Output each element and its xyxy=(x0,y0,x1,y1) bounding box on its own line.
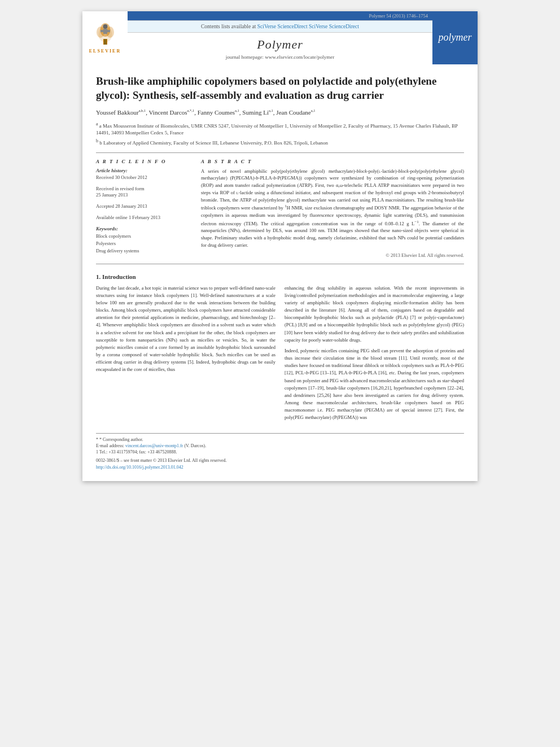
abstract-text: A series of novel amphiphilic poly(poly(… xyxy=(201,168,464,249)
abstract-copyright: © 2013 Elsevier Ltd. All rights reserved… xyxy=(201,252,464,258)
article-info-column: A R T I C L E I N F O Article history: R… xyxy=(96,159,192,258)
keywords-list: Block copolymers Polyesters Drug deliver… xyxy=(96,233,192,254)
affiliation-a: a a Max Mousseron Institute of Biomolecu… xyxy=(96,121,464,137)
journal-header: ELSEVIER Polymer 54 (2013) 1746–1754 Con… xyxy=(82,11,478,64)
intro-right-col: enhancing the drug solubility in aqueous… xyxy=(285,285,464,425)
svg-rect-5 xyxy=(104,39,107,45)
article-info-header: A R T I C L E I N F O xyxy=(96,159,192,164)
abstract-column: A B S T R A C T A series of novel amphip… xyxy=(201,159,464,258)
svg-rect-8 xyxy=(100,30,104,32)
footnote-area: * * Corresponding author. E-mail address… xyxy=(96,433,464,470)
body-content: 1. Introduction During the last decade, … xyxy=(96,273,464,425)
accepted-date: Accepted 28 January 2013 xyxy=(96,203,192,210)
author-jean: Jean Coudane xyxy=(276,109,310,116)
affil-a5: a,1 xyxy=(311,109,316,113)
journal-center: Polymer 54 (2013) 1746–1754 Contents lis… xyxy=(128,11,432,64)
revised-date: Received in revised form25 January 2013 xyxy=(96,186,192,199)
affil-a1: a,b,1 xyxy=(139,109,146,113)
svg-point-6 xyxy=(103,24,107,29)
tel-note: 1 Tel.: +33 411759704; fax: +33 46752088… xyxy=(96,449,464,455)
journal-homepage: journal homepage: www.elsevier.com/locat… xyxy=(128,54,432,64)
keywords-label: Keywords: xyxy=(96,226,192,231)
affil-a3: a,1 xyxy=(235,109,239,113)
elsevier-label: ELSEVIER xyxy=(89,49,121,54)
divider-1 xyxy=(96,152,464,153)
affil-a2: a,*,1 xyxy=(187,109,195,113)
polymer-badge: polymer xyxy=(434,27,476,49)
intro-para-3: Indeed, polymeric micelles containing PE… xyxy=(285,347,464,422)
available-date: Available online 1 February 2013 xyxy=(96,215,192,221)
history-label: Article history: xyxy=(96,168,192,173)
article-title: Brush-like amphiphilic copolymers based … xyxy=(96,75,464,102)
sciverse-text: Contents lists available at xyxy=(201,24,256,29)
sciverse-banner: Contents lists available at SciVerse Sci… xyxy=(128,20,432,33)
affil-a4: a,1 xyxy=(269,109,273,113)
polymer-badge-area: polymer xyxy=(432,11,478,64)
article-info-abstract: A R T I C L E I N F O Article history: R… xyxy=(96,159,464,258)
intro-two-col: During the last decade, a hot topic in m… xyxy=(96,285,464,425)
copyright-line: 0032-3861/$ – see front matter © 2013 El… xyxy=(96,457,464,464)
svg-rect-7 xyxy=(103,29,107,34)
intro-section-title: 1. Introduction xyxy=(96,273,464,280)
elsevier-logo-area: ELSEVIER xyxy=(82,11,128,64)
email-link[interactable]: vincent.darcos@univ-montp1.fr xyxy=(125,443,183,448)
intro-left-col: During the last decade, a hot topic in m… xyxy=(96,285,275,425)
authors-line: Youssef Bakkoura,b,1, Vincent Darcosa,*,… xyxy=(96,108,464,117)
divider-2 xyxy=(96,264,464,264)
corresponding-author-note: * * Corresponding author. xyxy=(96,436,464,443)
doi-link[interactable]: http://dx.doi.org/10.1016/j.polymer.2013… xyxy=(96,465,464,470)
abstract-header: A B S T R A C T xyxy=(201,159,464,164)
journal-ref-bar: Polymer 54 (2013) 1746–1754 xyxy=(128,11,432,20)
elsevier-tree-icon xyxy=(93,22,118,47)
intro-para-1: During the last decade, a hot topic in m… xyxy=(96,285,275,374)
sciverse-link[interactable]: SciVerse ScienceDirect xyxy=(257,24,308,29)
author-fanny: Fanny Coumes xyxy=(198,109,235,116)
author-vincent: Vincent Darcos xyxy=(149,109,187,116)
received-date: Received 30 October 2012 xyxy=(96,174,192,181)
article-content: Brush-like amphiphilic copolymers based … xyxy=(82,75,478,481)
journal-ref: Polymer 54 (2013) 1746–1754 xyxy=(369,13,428,19)
affiliation-b: b b Laboratory of Applied Chemistry, Fac… xyxy=(96,138,464,147)
intro-para-2: enhancing the drug solubility in aqueous… xyxy=(285,285,464,344)
journal-name: Polymer xyxy=(128,33,432,54)
svg-rect-9 xyxy=(107,30,110,32)
email-note: E-mail address: vincent.darcos@univ-mont… xyxy=(96,443,464,449)
page: ELSEVIER Polymer 54 (2013) 1746–1754 Con… xyxy=(82,11,478,481)
sciverse-link-label: SciVerse ScienceDirect xyxy=(309,24,359,29)
author-suming: Suming Li xyxy=(242,109,269,116)
author-youssef: Youssef Bakkour xyxy=(96,109,139,116)
